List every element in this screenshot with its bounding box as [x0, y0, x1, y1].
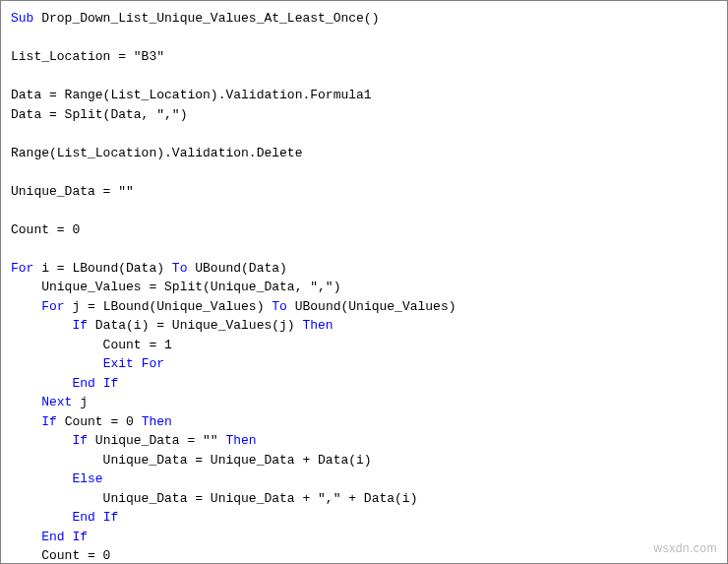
code-text: j = LBound(Unique_Values): [65, 299, 273, 314]
code-text: Count = 0: [11, 548, 110, 563]
keyword: Then: [142, 414, 172, 429]
code-text: Drop_Down_List_Unique_Values_At_Least_On…: [33, 11, 379, 26]
keyword: To: [272, 299, 287, 314]
code-text: List_Location = "B3": [11, 49, 164, 64]
keyword: End If: [72, 510, 118, 525]
code-text: Data = Range(List_Location).Validation.F…: [11, 88, 372, 102]
code-text: [11, 530, 41, 544]
code-text: Data = Split(Data, ","): [11, 107, 187, 122]
code-text: Data(i) = Unique_Values(j): [88, 318, 302, 333]
keyword: To: [172, 261, 188, 276]
keyword: If: [41, 414, 57, 429]
code-text: Unique_Data = Unique_Data + Data(i): [11, 453, 372, 468]
code-text: [11, 318, 72, 333]
code-text: [11, 414, 41, 429]
code-text: Count = 1: [11, 338, 172, 352]
keyword: If: [72, 433, 88, 448]
code-text: [11, 433, 72, 448]
code-text: Unique_Values = Split(Unique_Data, ","): [11, 280, 340, 294]
keyword: Exit For: [103, 356, 164, 371]
watermark: wsxdn.com: [653, 539, 717, 557]
keyword: Else: [72, 471, 102, 486]
code-text: Unique_Data = "": [88, 433, 225, 448]
keyword: Sub: [11, 11, 33, 26]
code-text: UBound(Data): [187, 261, 286, 276]
code-text: [11, 395, 41, 409]
keyword: For: [41, 299, 64, 314]
code-text: Range(List_Location).Validation.Delete: [11, 146, 302, 160]
keyword: For: [11, 261, 33, 276]
keyword: End If: [72, 376, 118, 391]
code-text: Unique_Data = "": [11, 184, 134, 199]
code-text: [11, 471, 72, 486]
code-text: i = LBound(Data): [33, 261, 171, 276]
keyword: Then: [302, 318, 333, 333]
code-block: Sub Drop_Down_List_Unique_Values_At_Leas…: [11, 9, 717, 564]
code-text: [11, 299, 41, 314]
code-text: [11, 376, 72, 391]
code-text: j: [72, 395, 88, 409]
keyword: Then: [225, 433, 256, 448]
code-text: Unique_Data = Unique_Data + "," + Data(i…: [11, 491, 417, 506]
keyword: If: [72, 318, 88, 333]
code-text: Count = 0: [11, 222, 80, 237]
code-text: [11, 510, 72, 525]
code-text: UBound(Unique_Values): [287, 299, 456, 314]
code-text: Count = 0: [57, 414, 142, 429]
keyword: Next: [41, 395, 72, 409]
code-text: [11, 356, 103, 371]
keyword: End If: [41, 530, 88, 544]
